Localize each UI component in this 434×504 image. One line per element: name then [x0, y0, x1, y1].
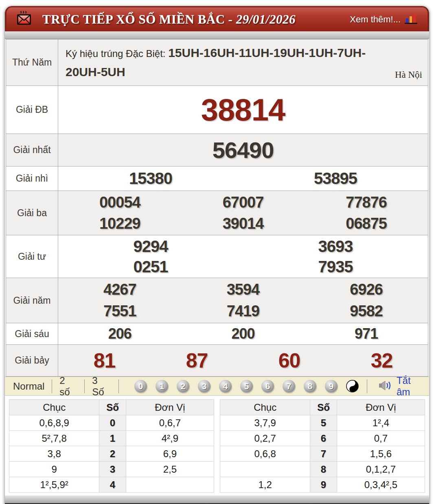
toolbar-divider	[84, 379, 85, 393]
prize-label: Giải tư	[6, 235, 58, 278]
prize-label: Giải nhất	[6, 134, 58, 167]
see-more-link[interactable]: Xem thêm!...	[350, 14, 401, 25]
ball-0[interactable]: 0	[134, 380, 147, 392]
mail-icon[interactable]	[15, 10, 36, 29]
prize-label: Giải ba	[6, 191, 58, 235]
col-header-donvi: Đơn Vị	[126, 400, 214, 415]
prize-number: 53895	[314, 169, 357, 188]
prize-row-seventh: Giải bảy 81 87 60 32	[6, 345, 428, 377]
col-header-so: Số	[310, 400, 337, 415]
prize-number: 39014	[223, 215, 264, 232]
chuc-cell: 3,8	[9, 446, 99, 462]
prize-number: 87	[186, 349, 208, 373]
col-header-chuc: Chục	[220, 400, 310, 415]
ball-2[interactable]: 2	[177, 380, 189, 392]
donvi-cell: 4²,9	[126, 431, 214, 446]
summary-row: 0,6,8 7 1,5,6	[220, 446, 425, 462]
so-cell: 5	[310, 415, 337, 431]
chuc-cell: 0,2,7	[220, 431, 310, 446]
page-title-text: TRỰC TIẾP XỔ SỐ MIỀN BẮC	[42, 12, 225, 26]
prize-number: 200	[231, 325, 254, 342]
col-header-so: Số	[99, 400, 126, 415]
prize-row-second: Giải nhì 15380 53895	[6, 167, 428, 191]
donvi-cell: 1²,4	[337, 415, 425, 431]
prize-number: 77876	[346, 194, 387, 211]
so-cell: 6	[310, 431, 337, 446]
so-cell: 4	[99, 477, 126, 493]
summary-row: 8 0,1,2,7	[220, 462, 425, 477]
donvi-cell: 0,7	[337, 431, 425, 446]
chuc-cell: 9	[9, 462, 99, 477]
ball-7[interactable]: 7	[283, 380, 295, 392]
day-label: Thứ Năm	[6, 39, 58, 86]
summary-row: 9 3 2,5	[9, 462, 214, 477]
ball-1[interactable]: 1	[156, 380, 168, 392]
ball-8[interactable]: 8	[304, 380, 316, 392]
prize-number: 00054	[99, 194, 140, 211]
col-header-donvi: Đơn Vị	[337, 400, 425, 415]
mode-2so[interactable]: 2 số	[57, 375, 79, 398]
donvi-cell: 0,3,4²,5	[337, 477, 425, 493]
prize-number: 7935	[318, 258, 353, 276]
symbol-label: Ký hiệu trúng Đặc Biệt:	[66, 48, 168, 59]
summary-header-row: Chục Số Đơn Vị	[9, 400, 214, 415]
prize-label: Giải sáu	[6, 323, 58, 345]
prize-number: 56490	[213, 137, 274, 163]
prize-label: Giải ĐB	[6, 86, 58, 134]
prize-label: Giải nhì	[6, 167, 58, 191]
donvi-cell: 0,1,2,7	[337, 462, 425, 477]
summary-row: 1²,5,9² 4	[9, 477, 214, 493]
prize-number: 81	[94, 349, 116, 373]
ball-4[interactable]: 4	[219, 380, 232, 392]
chuc-cell: 1,2	[220, 477, 310, 493]
prize-number: 0251	[134, 258, 168, 276]
donvi-cell: 2,5	[126, 462, 214, 477]
prize-number: 3594	[227, 281, 260, 298]
prize-row-first: Giải nhất 56490	[6, 134, 428, 167]
yin-yang-icon[interactable]	[346, 380, 359, 392]
bar-chart-icon[interactable]	[405, 13, 419, 26]
so-cell: 1	[99, 431, 126, 446]
ball-6[interactable]: 6	[261, 380, 274, 392]
mute-label: Tắt âm	[397, 375, 423, 398]
prize-label: Giải năm	[6, 278, 58, 323]
prize-row-fifth: Giải năm 4267 3594 6926 7551 7419 9582	[6, 278, 428, 323]
prize-number: 9582	[350, 302, 383, 320]
mode-normal[interactable]: Normal	[11, 381, 47, 392]
head-tail-summary: Chục Số Đơn Vị 0,6,8,9 0 0,6,7 5²,7,8 1 …	[5, 396, 429, 495]
so-cell: 8	[310, 462, 337, 477]
summary-row: 0,2,7 6 0,7	[220, 431, 425, 446]
summary-table-right: Chục Số Đơn Vị 3,7,9 5 1²,4 0,2,7 6 0,7 …	[220, 399, 425, 493]
header-bar: TRỰC TIẾP XỔ SỐ MIỀN BẮC- 29/01/2026 Xem…	[5, 6, 429, 31]
donvi-cell: 6,9	[126, 446, 214, 462]
prize-number: 38814	[201, 92, 285, 127]
chuc-cell: 1²,5,9²	[9, 477, 99, 493]
prize-number: 32	[371, 349, 393, 373]
prize-number: 4267	[103, 281, 136, 298]
symbol-cell: Ký hiệu trúng Đặc Biệt: 15UH-16UH-11UH-1…	[58, 39, 428, 86]
header-divider-strip	[5, 31, 429, 39]
summary-row: 1,2 9 0,3,4²,5	[220, 477, 425, 493]
mode-3so[interactable]: 3 Số	[90, 375, 114, 398]
toolbar-divider	[367, 379, 367, 393]
prize-number: 7419	[227, 302, 260, 320]
mute-button[interactable]: Tắt âm	[359, 375, 423, 398]
summary-row: 0,6,8,9 0 0,6,7	[9, 415, 214, 431]
summary-row: 3,8 2 6,9	[9, 446, 214, 462]
footer-gray-strip	[5, 495, 429, 503]
symbol-row: Thứ Năm Ký hiệu trúng Đặc Biệt: 15UH-16U…	[6, 39, 428, 86]
chuc-cell: 0,6,8	[220, 446, 310, 462]
ball-5[interactable]: 5	[240, 380, 253, 392]
ball-9[interactable]: 9	[325, 380, 338, 392]
page-title: TRỰC TIẾP XỔ SỐ MIỀN BẮC- 29/01/2026	[42, 12, 296, 27]
prize-number: 60	[278, 349, 300, 373]
donvi-cell: 1,5,6	[337, 446, 425, 462]
prize-number: 971	[355, 325, 378, 342]
ball-3[interactable]: 3	[198, 380, 210, 392]
prize-row-special: Giải ĐB 38814	[6, 86, 428, 134]
prize-number: 15380	[129, 169, 172, 188]
prize-number: 06875	[346, 215, 387, 232]
donvi-cell: 0,6,7	[126, 415, 214, 431]
chuc-cell: 0,6,8,9	[9, 415, 99, 431]
results-table: Thứ Năm Ký hiệu trúng Đặc Biệt: 15UH-16U…	[6, 39, 428, 377]
